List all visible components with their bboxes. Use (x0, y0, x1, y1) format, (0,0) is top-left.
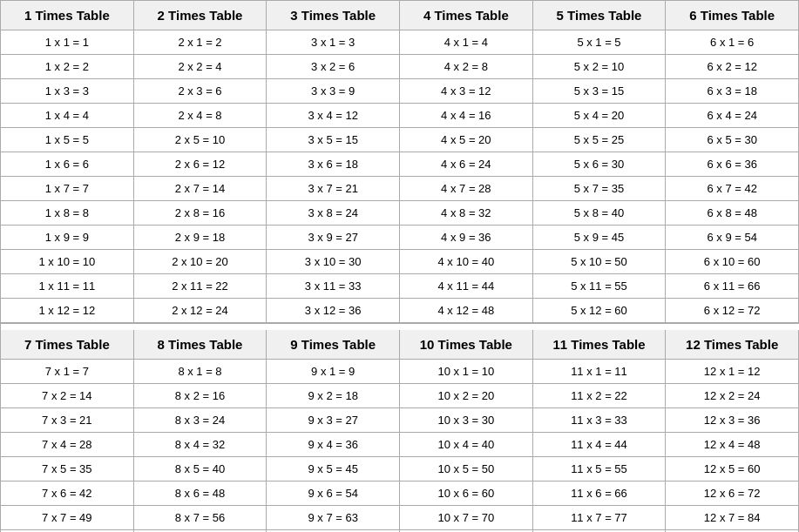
equation-6-9: 6 x 9 = 54 (666, 226, 799, 250)
equation-3-9: 3 x 9 = 27 (267, 226, 400, 250)
equation-2-2: 2 x 2 = 4 (134, 55, 267, 79)
equation-10-5: 10 x 5 = 50 (400, 457, 533, 481)
title-table-11: 11 Times Table (533, 330, 667, 360)
equation-1-12: 1 x 12 = 12 (1, 299, 134, 323)
equation-2-10: 2 x 10 = 20 (134, 250, 267, 274)
title-table-3: 3 Times Table (267, 1, 400, 30)
equation-12-7: 12 x 7 = 84 (666, 506, 799, 530)
times-table-grid: 1 Times Table2 Times Table3 Times Table4… (0, 0, 799, 532)
title-table-4: 4 Times Table (400, 1, 533, 30)
title-table-12: 12 Times Table (666, 330, 799, 360)
equation-8-5: 8 x 5 = 40 (134, 457, 267, 481)
equation-12-6: 12 x 6 = 72 (666, 481, 799, 506)
equation-5-11: 5 x 11 = 55 (533, 274, 667, 299)
equation-6-3: 6 x 3 = 18 (666, 79, 799, 104)
equation-1-7: 1 x 7 = 7 (1, 177, 134, 201)
equation-4-1: 4 x 1 = 4 (400, 30, 533, 55)
equation-10-4: 10 x 4 = 40 (400, 433, 533, 457)
equation-1-10: 1 x 10 = 10 (1, 250, 134, 274)
equation-11-1: 11 x 1 = 11 (533, 360, 667, 384)
equation-2-6: 2 x 6 = 12 (134, 152, 267, 177)
equation-6-10: 6 x 10 = 60 (666, 250, 799, 274)
equation-5-3: 5 x 3 = 15 (533, 79, 667, 104)
equation-5-6: 5 x 6 = 30 (533, 152, 667, 177)
equation-6-2: 6 x 2 = 12 (666, 55, 799, 79)
equation-3-1: 3 x 1 = 3 (267, 30, 400, 55)
equation-2-7: 2 x 7 = 14 (134, 177, 267, 201)
equation-3-4: 3 x 4 = 12 (267, 104, 400, 128)
equation-6-7: 6 x 7 = 42 (666, 177, 799, 201)
equation-6-5: 6 x 5 = 30 (666, 128, 799, 152)
equation-2-9: 2 x 9 = 18 (134, 226, 267, 250)
equation-12-2: 12 x 2 = 24 (666, 384, 799, 408)
equation-3-6: 3 x 6 = 18 (267, 152, 400, 177)
equation-6-11: 6 x 11 = 66 (666, 274, 799, 299)
equation-12-1: 12 x 1 = 12 (666, 360, 799, 384)
equation-4-6: 4 x 6 = 24 (400, 152, 533, 177)
equation-4-4: 4 x 4 = 16 (400, 104, 533, 128)
equation-10-1: 10 x 1 = 10 (400, 360, 533, 384)
equation-11-6: 11 x 6 = 66 (533, 481, 667, 506)
equation-5-12: 5 x 12 = 60 (533, 299, 667, 323)
equation-6-4: 6 x 4 = 24 (666, 104, 799, 128)
title-table-5: 5 Times Table (533, 1, 667, 30)
equation-6-6: 6 x 6 = 36 (666, 152, 799, 177)
equation-10-7: 10 x 7 = 70 (400, 506, 533, 530)
equation-4-5: 4 x 5 = 20 (400, 128, 533, 152)
title-table-9: 9 Times Table (267, 330, 400, 360)
equation-2-1: 2 x 1 = 2 (134, 30, 267, 55)
equation-6-8: 6 x 8 = 48 (666, 201, 799, 226)
equation-10-6: 10 x 6 = 60 (400, 481, 533, 506)
equation-1-11: 1 x 11 = 11 (1, 274, 134, 299)
equation-9-3: 9 x 3 = 27 (267, 408, 400, 433)
equation-11-2: 11 x 2 = 22 (533, 384, 667, 408)
equation-3-5: 3 x 5 = 15 (267, 128, 400, 152)
equation-3-7: 3 x 7 = 21 (267, 177, 400, 201)
equation-5-4: 5 x 4 = 20 (533, 104, 667, 128)
equation-5-5: 5 x 5 = 25 (533, 128, 667, 152)
title-table-10: 10 Times Table (400, 330, 533, 360)
equation-7-1: 7 x 1 = 7 (1, 360, 134, 384)
equation-3-8: 3 x 8 = 24 (267, 201, 400, 226)
equation-5-10: 5 x 10 = 50 (533, 250, 667, 274)
equation-7-5: 7 x 5 = 35 (1, 457, 134, 481)
equation-9-2: 9 x 2 = 18 (267, 384, 400, 408)
equation-4-8: 4 x 8 = 32 (400, 201, 533, 226)
equation-2-5: 2 x 5 = 10 (134, 128, 267, 152)
row-gap (1, 323, 799, 330)
equation-4-9: 4 x 9 = 36 (400, 226, 533, 250)
equation-8-7: 8 x 7 = 56 (134, 506, 267, 530)
title-table-6: 6 Times Table (666, 1, 799, 30)
equation-3-11: 3 x 11 = 33 (267, 274, 400, 299)
equation-9-7: 9 x 7 = 63 (267, 506, 400, 530)
equation-8-6: 8 x 6 = 48 (134, 481, 267, 506)
equation-8-1: 8 x 1 = 8 (134, 360, 267, 384)
equation-1-1: 1 x 1 = 1 (1, 30, 134, 55)
equation-1-4: 1 x 4 = 4 (1, 104, 134, 128)
equation-3-3: 3 x 3 = 9 (267, 79, 400, 104)
equation-1-3: 1 x 3 = 3 (1, 79, 134, 104)
equation-1-8: 1 x 8 = 8 (1, 201, 134, 226)
equation-7-3: 7 x 3 = 21 (1, 408, 134, 433)
equation-11-5: 11 x 5 = 55 (533, 457, 667, 481)
equation-5-1: 5 x 1 = 5 (533, 30, 667, 55)
equation-5-2: 5 x 2 = 10 (533, 55, 667, 79)
equation-7-2: 7 x 2 = 14 (1, 384, 134, 408)
equation-6-12: 6 x 12 = 72 (666, 299, 799, 323)
equation-2-8: 2 x 8 = 16 (134, 201, 267, 226)
equation-4-11: 4 x 11 = 44 (400, 274, 533, 299)
equation-5-8: 5 x 8 = 40 (533, 201, 667, 226)
equation-12-4: 12 x 4 = 48 (666, 433, 799, 457)
equation-2-4: 2 x 4 = 8 (134, 104, 267, 128)
equation-10-3: 10 x 3 = 30 (400, 408, 533, 433)
equation-4-3: 4 x 3 = 12 (400, 79, 533, 104)
equation-12-3: 12 x 3 = 36 (666, 408, 799, 433)
equation-4-12: 4 x 12 = 48 (400, 299, 533, 323)
equation-9-5: 9 x 5 = 45 (267, 457, 400, 481)
equation-1-5: 1 x 5 = 5 (1, 128, 134, 152)
equation-2-11: 2 x 11 = 22 (134, 274, 267, 299)
equation-11-7: 11 x 7 = 77 (533, 506, 667, 530)
equation-8-2: 8 x 2 = 16 (134, 384, 267, 408)
equation-9-1: 9 x 1 = 9 (267, 360, 400, 384)
title-table-1: 1 Times Table (1, 1, 134, 30)
